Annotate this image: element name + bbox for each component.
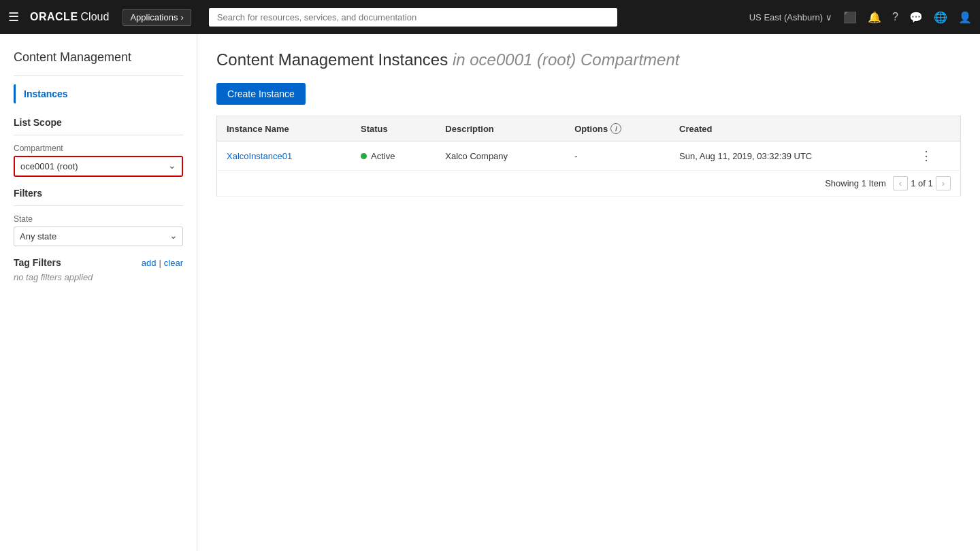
tag-separator: | — [159, 258, 161, 268]
top-navigation: ☰ ORACLE Cloud Applications › US East (A… — [0, 0, 980, 34]
status-cell: Active — [351, 141, 436, 171]
tag-filters-title: Tag Filters — [14, 257, 61, 268]
help-icon[interactable]: ? — [892, 11, 898, 23]
pagination-nav: ‹ 1 of 1 › — [893, 176, 951, 190]
showing-items-text: Showing 1 Item — [825, 178, 886, 188]
sidebar-title: Content Management — [14, 50, 183, 65]
create-instance-button[interactable]: Create Instance — [216, 83, 306, 105]
compartment-select-container: oce0001 (root) — [15, 157, 182, 176]
oracle-logo: ORACLE Cloud — [30, 11, 109, 23]
tag-clear-link[interactable]: clear — [164, 258, 183, 268]
table-body: XalcoInstance01 Active Xalco Company - S… — [217, 141, 961, 197]
created-cell: Sun, Aug 11, 2019, 03:32:39 UTC — [670, 141, 911, 171]
row-menu-icon[interactable]: ⋮ — [920, 149, 932, 163]
sidebar-item-instances[interactable]: Instances — [14, 84, 183, 103]
page-title-in: in — [453, 50, 470, 69]
instances-table: Instance Name Status Description Options… — [216, 116, 961, 197]
status-dot-icon — [361, 153, 367, 159]
pagination-row-container: Showing 1 Item ‹ 1 of 1 › — [217, 171, 961, 197]
page-layout: Content Management Instances List Scope … — [0, 34, 980, 551]
options-cell: - — [565, 141, 670, 171]
page-title: Content Management Instances in oce0001 … — [216, 50, 961, 69]
cloud-text: Cloud — [81, 11, 110, 23]
list-scope-divider — [14, 135, 183, 135]
topnav-right-actions: US East (Ashburn) ∨ ⬛ 🔔 ? 💬 🌐 👤 — [749, 11, 972, 24]
page-title-compartment-label: Compartment — [581, 50, 679, 69]
col-instance-name: Instance Name — [217, 116, 352, 141]
status-active-indicator: Active — [361, 151, 426, 161]
main-content: Content Management Instances in oce0001 … — [197, 34, 980, 551]
col-options: Options i — [565, 116, 670, 141]
pagination-next-button[interactable]: › — [936, 176, 951, 190]
filters-divider — [14, 205, 183, 206]
pagination-row: Showing 1 Item ‹ 1 of 1 › — [217, 171, 960, 196]
compartment-select-wrapper: oce0001 (root) — [14, 156, 183, 177]
list-scope-title: List Scope — [14, 117, 183, 128]
compartment-select[interactable]: oce0001 (root) — [15, 157, 182, 176]
col-description: Description — [436, 116, 565, 141]
row-actions-cell: ⋮ — [911, 141, 961, 171]
state-label: State — [14, 214, 183, 224]
table-header: Instance Name Status Description Options… — [217, 116, 961, 141]
options-info-icon[interactable]: i — [610, 123, 621, 134]
pagination-page-text: 1 of 1 — [911, 178, 933, 188]
applications-button[interactable]: Applications › — [122, 9, 191, 26]
region-selector[interactable]: US East (Ashburn) ∨ — [749, 12, 832, 22]
table-row: XalcoInstance01 Active Xalco Company - S… — [217, 141, 961, 171]
terminal-icon[interactable]: ⬛ — [843, 11, 857, 24]
sidebar: Content Management Instances List Scope … — [0, 34, 197, 551]
chat-icon[interactable]: 💬 — [909, 11, 923, 24]
col-status: Status — [351, 116, 436, 141]
instance-name-link[interactable]: XalcoInstance01 — [227, 151, 292, 161]
sidebar-divider — [14, 76, 183, 76]
pagination-prev-button[interactable]: ‹ — [893, 176, 908, 190]
state-select-wrapper: Any state Active Creating Deleting Delet… — [14, 227, 183, 246]
user-avatar-icon[interactable]: 👤 — [958, 11, 972, 24]
tag-filters-actions: add | clear — [142, 258, 183, 268]
tag-no-filters-text: no tag filters applied — [14, 272, 183, 282]
page-title-compartment: oce0001 (root) — [470, 50, 576, 69]
description-cell: Xalco Company — [436, 141, 565, 171]
search-input[interactable] — [209, 8, 617, 27]
filters-title: Filters — [14, 188, 183, 199]
compartment-label: Compartment — [14, 144, 183, 153]
status-text: Active — [371, 151, 395, 161]
language-icon[interactable]: 🌐 — [934, 11, 947, 24]
notifications-icon[interactable]: 🔔 — [868, 11, 881, 24]
tag-add-link[interactable]: add — [142, 258, 157, 268]
search-container — [209, 8, 617, 27]
instance-name-cell: XalcoInstance01 — [217, 141, 352, 171]
col-created: Created — [670, 116, 911, 141]
oracle-text: ORACLE — [30, 11, 78, 23]
hamburger-menu-icon[interactable]: ☰ — [8, 10, 19, 24]
state-select[interactable]: Any state Active Creating Deleting Delet… — [14, 227, 183, 246]
page-title-prefix: Content Management Instances — [216, 50, 448, 69]
col-actions — [911, 116, 961, 141]
tag-filters-row: Tag Filters add | clear — [14, 257, 183, 268]
